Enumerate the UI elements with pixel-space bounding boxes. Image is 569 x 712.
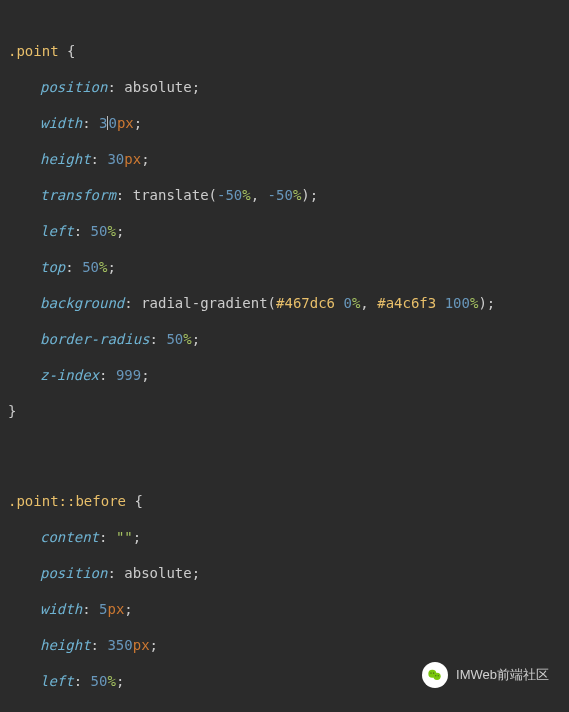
unit-pct: % [242, 187, 250, 203]
unit-pct: % [183, 331, 191, 347]
fn-translate: translate [133, 187, 209, 203]
selector: .point [8, 493, 59, 509]
prop-width: width [40, 601, 82, 617]
hex: #a4c6f3 [377, 295, 436, 311]
num: 0 [108, 115, 116, 131]
prop-height: height [40, 637, 91, 653]
unit-pct: % [107, 673, 115, 689]
num: 100 [445, 295, 470, 311]
string-empty: "" [116, 529, 133, 545]
prop-position: position [40, 79, 107, 95]
prop-height: height [40, 151, 91, 167]
num: 50 [166, 331, 183, 347]
val-absolute: absolute [124, 79, 191, 95]
prop-left: left [40, 223, 74, 239]
num: 30 [107, 151, 124, 167]
hex: #467dc6 [276, 295, 335, 311]
prop-position: position [40, 565, 107, 581]
unit-pct: % [107, 223, 115, 239]
num: -50 [217, 187, 242, 203]
unit-px: px [124, 151, 141, 167]
num: 0 [343, 295, 351, 311]
brace-open: { [59, 43, 76, 59]
val-absolute: absolute [124, 565, 191, 581]
prop-width: width [40, 115, 82, 131]
num: 350 [107, 637, 132, 653]
prop-left: left [40, 673, 74, 689]
num: 50 [91, 673, 108, 689]
unit-px: px [117, 115, 134, 131]
code-editor: .point { position: absolute; width: 30px… [0, 0, 569, 712]
prop-z-index: z-index [40, 367, 99, 383]
prop-top: top [40, 259, 65, 275]
unit-px: px [107, 601, 124, 617]
prop-background: background [40, 295, 124, 311]
unit-px: px [133, 637, 150, 653]
prop-transform: transform [40, 187, 116, 203]
brace-close: } [8, 403, 16, 419]
selector: .point [8, 43, 59, 59]
num: 50 [82, 259, 99, 275]
num: 50 [91, 223, 108, 239]
fn-radial-gradient: radial-gradient [141, 295, 267, 311]
prop-content: content [40, 529, 99, 545]
num: 999 [116, 367, 141, 383]
num: -50 [268, 187, 293, 203]
prop-border-radius: border-radius [40, 331, 150, 347]
pseudo-before: ::before [59, 493, 126, 509]
num: 3 [99, 115, 107, 131]
